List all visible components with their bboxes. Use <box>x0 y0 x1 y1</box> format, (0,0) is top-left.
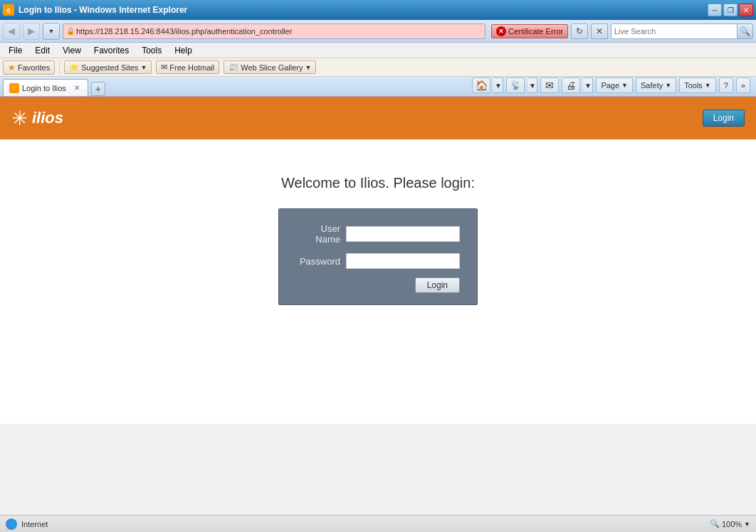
favorites-button[interactable]: ★ Favorites <box>3 60 55 75</box>
free-hotmail-label: Free Hotmail <box>169 63 214 72</box>
hotmail-icon: ✉ <box>161 63 167 72</box>
read-mail-button[interactable]: ✉ <box>540 78 559 93</box>
web-slice-arrow: ▼ <box>305 64 311 71</box>
menu-help[interactable]: Help <box>169 44 198 57</box>
menu-tools[interactable]: Tools <box>136 44 167 57</box>
toolbar-right: 🏠 ▼ 📡 ▼ ✉ 🖨 ▼ Page ▼ Safety ▼ Tools ▼ ? <box>472 78 750 93</box>
tools-label: Tools <box>684 81 703 90</box>
login-submit-button[interactable]: Login <box>415 277 460 293</box>
suggested-sites-icon: ⭐ <box>69 63 79 72</box>
address-text: https://128.218.15.246:8443/ilios.php/au… <box>76 27 482 36</box>
page-content: ✳ ilios Login Welcome to Ilios. Please l… <box>0 97 756 532</box>
tab-close-button[interactable]: ✕ <box>72 83 82 93</box>
favorites-separator <box>59 61 60 74</box>
navigation-bar: ◀ ▶ ▼ 🔒 https://128.218.15.246:8443/ilio… <box>0 20 756 43</box>
username-input[interactable] <box>346 226 460 242</box>
tools-menu[interactable]: Tools ▼ <box>679 78 716 93</box>
header-login-button[interactable]: Login <box>703 110 745 127</box>
page-arrow: ▼ <box>621 82 628 89</box>
password-label: Password <box>296 256 340 267</box>
username-row: User Name <box>296 223 460 245</box>
suggested-sites-arrow: ▼ <box>140 64 147 71</box>
help-icon: ? <box>724 81 728 90</box>
minimize-button[interactable]: ─ <box>708 4 722 16</box>
password-input[interactable] <box>346 253 460 269</box>
cert-error-label: Certificate Error <box>508 27 563 36</box>
window-controls: ─ ❐ ✕ <box>708 4 753 16</box>
new-tab-button[interactable]: + <box>91 82 105 96</box>
status-left: 🌐 Internet <box>6 518 48 530</box>
search-input[interactable] <box>611 27 737 36</box>
zoom-icon: 🔍 <box>710 519 720 528</box>
safety-menu[interactable]: Safety ▼ <box>636 78 676 93</box>
ilios-brand-name: ilios <box>32 109 63 127</box>
status-right: 🔍 100% ▼ <box>710 519 750 528</box>
more-tools-button[interactable]: » <box>736 78 750 93</box>
title-bar: e Login to Ilios - Windows Internet Expl… <box>0 0 756 20</box>
feeds-dropdown[interactable]: ▼ <box>527 78 537 93</box>
safety-arrow: ▼ <box>665 82 671 89</box>
favorites-bar: ★ Favorites ⭐ Suggested Sites ▼ ✉ Free H… <box>0 58 756 77</box>
active-tab[interactable]: i Login to Ilios ✕ <box>3 79 88 96</box>
status-bar: 🌐 Internet 🔍 100% ▼ <box>0 515 756 532</box>
zoom-indicator[interactable]: 🔍 100% ▼ <box>710 519 750 528</box>
login-button-row: Login <box>296 277 460 293</box>
zoom-level: 100% <box>722 520 742 528</box>
internet-icon: 🌐 <box>6 518 17 530</box>
tab-favicon: i <box>9 83 19 93</box>
tools-arrow: ▼ <box>705 82 711 89</box>
address-bar[interactable]: 🔒 https://128.218.15.246:8443/ilios.php/… <box>63 23 485 39</box>
safety-label: Safety <box>641 81 663 90</box>
web-slice-icon: 📰 <box>229 63 238 72</box>
restore-button[interactable]: ❐ <box>723 4 737 16</box>
cert-error-icon: ✕ <box>496 26 506 36</box>
help-button[interactable]: ? <box>719 78 733 93</box>
app-icon: e <box>3 4 14 16</box>
lock-icon: 🔒 <box>66 27 75 35</box>
print-button[interactable]: 🖨 <box>562 78 580 93</box>
favorites-label: Favorites <box>18 63 50 72</box>
suggested-sites-label: Suggested Sites <box>81 63 138 72</box>
refresh-button[interactable]: ↻ <box>571 23 588 39</box>
search-button[interactable]: 🔍 <box>737 24 752 38</box>
page-label: Page <box>601 81 619 90</box>
internet-label: Internet <box>21 520 48 528</box>
ilios-logo: ✳ ilios <box>11 107 63 130</box>
home-dropdown[interactable]: ▼ <box>493 78 503 93</box>
more-tools-icon: » <box>741 81 745 90</box>
home-button[interactable]: 🏠 <box>472 78 490 93</box>
menu-bar: File Edit View Favorites Tools Help <box>0 43 756 58</box>
dropdown-button[interactable]: ▼ <box>43 23 60 40</box>
free-hotmail-button[interactable]: ✉ Free Hotmail <box>156 60 219 74</box>
menu-view[interactable]: View <box>57 44 87 57</box>
login-area: Welcome to Ilios. Please login: User Nam… <box>0 139 756 424</box>
favorites-star-icon: ★ <box>8 63 16 73</box>
suggested-sites-button[interactable]: ⭐ Suggested Sites ▼ <box>64 60 152 74</box>
back-button[interactable]: ◀ <box>3 23 20 40</box>
window-title: Login to Ilios - Windows Internet Explor… <box>19 5 187 15</box>
zoom-arrow: ▼ <box>744 521 750 528</box>
menu-favorites[interactable]: Favorites <box>88 44 135 57</box>
ilios-header: ✳ ilios Login <box>0 97 756 139</box>
menu-edit[interactable]: Edit <box>29 44 56 57</box>
close-button[interactable]: ✕ <box>739 4 753 16</box>
forward-button[interactable]: ▶ <box>23 23 40 40</box>
menu-file[interactable]: File <box>3 44 28 57</box>
web-slice-gallery-button[interactable]: 📰 Web Slice Gallery ▼ <box>224 60 316 74</box>
ilios-star-icon: ✳ <box>11 107 28 130</box>
web-slice-gallery-label: Web Slice Gallery <box>241 63 303 72</box>
print-dropdown[interactable]: ▼ <box>583 78 593 93</box>
search-container: 🔍 <box>611 23 753 39</box>
login-box: User Name Password Login <box>278 208 478 305</box>
certificate-error-button[interactable]: ✕ Certificate Error <box>491 24 568 38</box>
stop-button[interactable]: ✕ <box>591 23 608 39</box>
password-row: Password <box>296 253 460 269</box>
feeds-button[interactable]: 📡 <box>506 78 525 93</box>
page-menu[interactable]: Page ▼ <box>596 78 633 93</box>
tab-label: Login to Ilios <box>22 84 66 92</box>
username-label: User Name <box>296 223 340 245</box>
login-title: Welcome to Ilios. Please login: <box>281 175 475 191</box>
tab-bar: i Login to Ilios ✕ + 🏠 ▼ 📡 ▼ ✉ 🖨 ▼ Page … <box>0 77 756 97</box>
